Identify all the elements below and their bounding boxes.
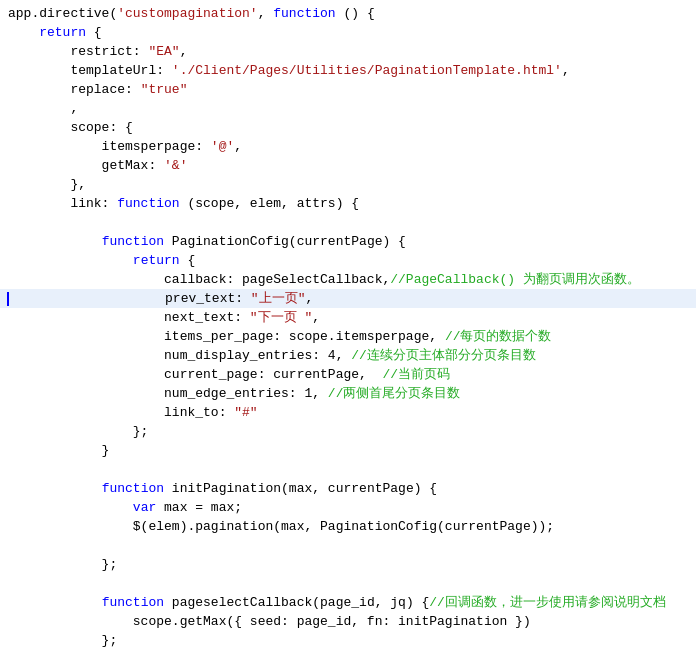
code-line: } (0, 441, 696, 460)
line-content: function initPagination(max, currentPage… (0, 479, 696, 498)
token-str-sq: 'custompagination' (117, 6, 257, 21)
token-kw: return (133, 253, 180, 268)
token-plain: }, (8, 177, 86, 192)
line-content: restrict: "EA", (0, 42, 696, 61)
line-content: }; (0, 631, 696, 650)
token-plain (8, 234, 102, 249)
code-line (0, 574, 696, 593)
token-cmt-cn: //回调函数，进一步使用请参阅说明文档 (429, 595, 666, 610)
line-content: return { (0, 251, 696, 270)
line-content: num_display_entries: 4, //连续分页主体部分分页条目数 (0, 346, 696, 365)
line-content: items_per_page: scope.itemsperpage, //每页… (0, 327, 696, 346)
line-content: callback: pageSelectCallback,//PageCallb… (0, 270, 696, 289)
code-line: }, (0, 175, 696, 194)
line-content: next_text: "下一页 ", (0, 308, 696, 327)
token-plain: }; (8, 557, 117, 572)
token-plain: prev_text: (9, 291, 251, 306)
token-str-sq: '&' (164, 158, 187, 173)
line-content: }, (0, 175, 696, 194)
code-line: getMax: '&' (0, 156, 696, 175)
token-plain (8, 253, 133, 268)
token-cmt-cn: //PageCallback() 为翻页调用次函数。 (390, 272, 640, 287)
line-content: templateUrl: './Client/Pages/Utilities/P… (0, 61, 696, 80)
code-line (0, 213, 696, 232)
code-line: prev_text: "上一页", (0, 289, 696, 308)
token-plain: , (305, 291, 313, 306)
line-content: scope: { (0, 118, 696, 137)
code-line: var max = max; (0, 498, 696, 517)
code-line: replace: "true" (0, 80, 696, 99)
code-line: scope: { (0, 118, 696, 137)
line-content: prev_text: "上一页", (0, 289, 696, 308)
code-line: current_page: currentPage, //当前页码 (0, 365, 696, 384)
code-line (0, 536, 696, 555)
code-line: return { (0, 23, 696, 42)
token-plain: }; (8, 424, 148, 439)
line-content: function PaginationCofig(currentPage) { (0, 232, 696, 251)
token-kw: function (117, 196, 179, 211)
line-content: }; (0, 422, 696, 441)
code-line: }; (0, 555, 696, 574)
token-plain: next_text: (8, 310, 250, 325)
token-plain: scope: { (8, 120, 133, 135)
line-content: link: function (scope, elem, attrs) { (0, 194, 696, 213)
code-line: $(elem).pagination(max, PaginationCofig(… (0, 517, 696, 536)
token-cmt-cn: //两侧首尾分页条目数 (328, 386, 461, 401)
token-plain: () { (336, 6, 375, 21)
token-kw: return (39, 25, 86, 40)
token-cmt-cn: //当前页码 (382, 367, 450, 382)
token-plain: link_to: (8, 405, 234, 420)
token-plain: , (258, 6, 274, 21)
code-line (0, 650, 696, 655)
token-plain: { (180, 253, 196, 268)
token-plain: scope.getMax({ seed: page_id, fn: initPa… (8, 614, 531, 629)
token-plain: }; (8, 633, 117, 648)
line-content: app.directive('custompagination', functi… (0, 4, 696, 23)
token-str-dq: "true" (141, 82, 188, 97)
code-line: function pageselectCallback(page_id, jq)… (0, 593, 696, 612)
line-content: num_edge_entries: 1, //两侧首尾分页条目数 (0, 384, 696, 403)
token-plain: , (234, 139, 242, 154)
code-line: restrict: "EA", (0, 42, 696, 61)
token-plain: current_page: currentPage, (8, 367, 382, 382)
token-str-dq: "EA" (148, 44, 179, 59)
token-str-sq: './Client/Pages/Utilities/PaginationTemp… (172, 63, 562, 78)
token-plain: app.directive( (8, 6, 117, 21)
token-plain: num_display_entries: 4, (8, 348, 351, 363)
token-plain: $(elem).pagination(max, PaginationCofig(… (8, 519, 554, 534)
code-line: itemsperpage: '@', (0, 137, 696, 156)
token-plain: } (8, 443, 109, 458)
token-cmt-cn: //每页的数据个数 (445, 329, 552, 344)
token-plain: , (312, 310, 320, 325)
code-line: link_to: "#" (0, 403, 696, 422)
token-plain: , (180, 44, 188, 59)
token-str-dq: "下一页 " (250, 310, 312, 325)
code-line: items_per_page: scope.itemsperpage, //每页… (0, 327, 696, 346)
line-content: , (0, 99, 696, 118)
token-str-dq: "#" (234, 405, 257, 420)
token-plain: items_per_page: scope.itemsperpage, (8, 329, 445, 344)
line-content: link_to: "#" (0, 403, 696, 422)
code-line: templateUrl: './Client/Pages/Utilities/P… (0, 61, 696, 80)
token-plain: initPagination(max, currentPage) { (164, 481, 437, 496)
token-kw: function (273, 6, 335, 21)
token-plain: PaginationCofig(currentPage) { (164, 234, 406, 249)
token-plain (8, 500, 133, 515)
token-kw: function (102, 234, 164, 249)
lines-container: app.directive('custompagination', functi… (0, 4, 696, 655)
token-plain (8, 25, 39, 40)
token-plain: restrict: (8, 44, 148, 59)
code-line: }; (0, 422, 696, 441)
token-plain: max = max; (156, 500, 242, 515)
line-content: getMax: '&' (0, 156, 696, 175)
token-plain: getMax: (8, 158, 164, 173)
line-content: function pageselectCallback(page_id, jq)… (0, 593, 696, 612)
code-editor[interactable]: app.directive('custompagination', functi… (0, 0, 696, 655)
code-line: scope.getMax({ seed: page_id, fn: initPa… (0, 612, 696, 631)
code-line: }; (0, 631, 696, 650)
code-line: num_edge_entries: 1, //两侧首尾分页条目数 (0, 384, 696, 403)
token-plain: replace: (8, 82, 141, 97)
line-content: current_page: currentPage, //当前页码 (0, 365, 696, 384)
code-line: link: function (scope, elem, attrs) { (0, 194, 696, 213)
token-plain: pageselectCallback(page_id, jq) { (164, 595, 429, 610)
